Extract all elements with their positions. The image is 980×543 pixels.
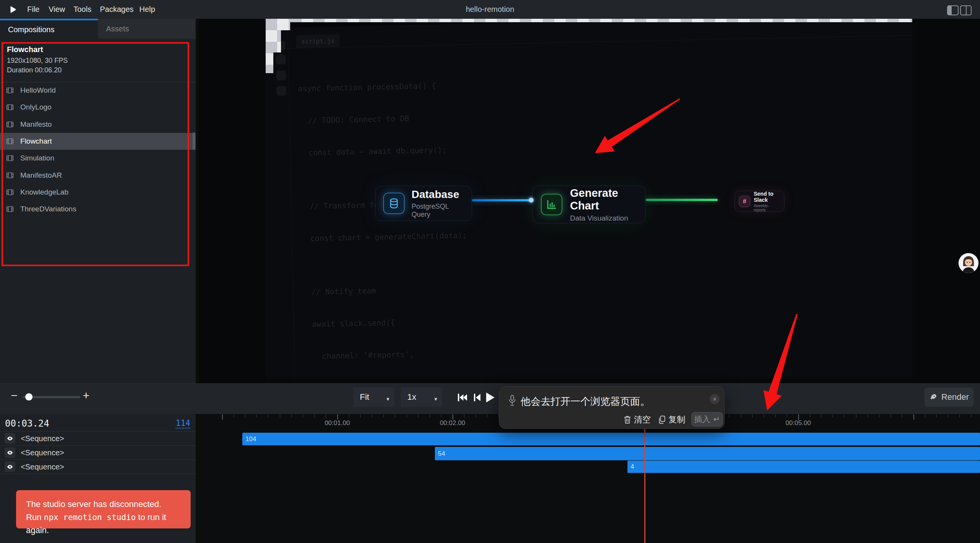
timeline-playhead[interactable] bbox=[644, 414, 645, 543]
sidebar-item-manifestoar[interactable]: ManifestoAR bbox=[0, 167, 196, 184]
sequence-bar-3[interactable]: 4 bbox=[627, 461, 980, 473]
speed-value: 1x bbox=[407, 392, 416, 402]
sidebar-item-threedvariations[interactable]: ThreeDVariations bbox=[0, 201, 196, 218]
video-canvas: script.js async function processData() {… bbox=[266, 19, 912, 378]
node-subtitle: #weekly-reports bbox=[754, 204, 780, 212]
speed-dropdown[interactable]: 1x ▾ bbox=[401, 388, 442, 407]
copy-label: 复制 bbox=[668, 414, 685, 425]
sidebar-item-manifesto[interactable]: Manifesto bbox=[0, 116, 196, 133]
sidebar-item-helloworld[interactable]: HelloWorld bbox=[0, 82, 196, 99]
timeline-track-list: 00:03.24 114 <Sequence> <Sequence> <Seq bbox=[0, 414, 196, 543]
project-title: hello-remotion bbox=[0, 5, 980, 14]
film-icon bbox=[6, 121, 14, 128]
composition-name: Flowchart bbox=[7, 45, 43, 54]
ruler-label: 00:01.00 bbox=[325, 419, 350, 427]
bar-duration-label: 54 bbox=[438, 450, 445, 458]
zoom-out-button[interactable]: − bbox=[8, 389, 20, 402]
track-label: <Sequence> bbox=[21, 434, 64, 443]
sidebar-tabs: Compositions Assets bbox=[0, 19, 196, 39]
transcribed-text: 他会去打开一个浏览器页面。 bbox=[521, 395, 650, 408]
toggle-left-panel-icon[interactable] bbox=[947, 5, 959, 15]
sidebar-item-label: OnlyLogo bbox=[20, 103, 51, 111]
sequence-bar-2[interactable]: 54 bbox=[435, 447, 980, 460]
current-timecode: 00:03.24 bbox=[5, 418, 49, 429]
render-label: Render bbox=[941, 392, 969, 402]
sidebar-item-label: Manifesto bbox=[20, 120, 52, 129]
node-title: Generate Chart bbox=[570, 187, 637, 212]
sidebar-item-onlylogo[interactable]: OnlyLogo bbox=[0, 99, 196, 116]
close-icon[interactable]: ✕ bbox=[710, 394, 720, 404]
visibility-eye-icon[interactable] bbox=[5, 461, 15, 472]
tab-compositions[interactable]: Compositions bbox=[0, 19, 98, 39]
microphone-icon bbox=[509, 395, 516, 406]
node-send-to-slack: # Send to Slack #weekly-reports bbox=[735, 191, 784, 212]
film-icon bbox=[6, 137, 14, 145]
compositions-sidebar: Flowchart 1920x1080, 30 FPS Duration 00:… bbox=[0, 39, 196, 383]
film-icon bbox=[6, 188, 14, 196]
sequence-bar-1[interactable]: 104 bbox=[242, 433, 980, 445]
editor-sidebar-icon bbox=[276, 54, 286, 65]
sidebar-item-flowchart[interactable]: Flowchart bbox=[0, 133, 196, 150]
play-button[interactable] bbox=[485, 391, 495, 404]
track-row: <Sequence> bbox=[0, 446, 196, 460]
sidebar-item-label: ManifestoAR bbox=[20, 171, 62, 180]
copy-button[interactable]: 复制 bbox=[658, 414, 685, 425]
composition-format: 1920x1080, 30 FPS bbox=[7, 57, 68, 65]
editor-sidebar-icon bbox=[276, 70, 286, 81]
film-icon bbox=[6, 172, 14, 179]
toast-line2: Run npx remotion studio to run it again. bbox=[26, 511, 191, 537]
insert-label: 插入 bbox=[694, 414, 710, 425]
sidebar-item-knowledgelab[interactable]: KnowledgeLab bbox=[0, 184, 196, 201]
previous-frame-button[interactable] bbox=[472, 392, 482, 403]
node-subtitle: Data Visualization bbox=[570, 214, 637, 222]
camera-avatar-bubble[interactable] bbox=[959, 253, 978, 273]
film-icon bbox=[6, 103, 14, 111]
current-frame-input[interactable]: 114 bbox=[176, 419, 190, 429]
fit-value: Fit bbox=[360, 392, 369, 402]
timeline-zoom-slider-knob[interactable] bbox=[25, 393, 33, 401]
ruler-label: 00:05.00 bbox=[786, 419, 811, 427]
node-generate-chart: Generate Chart Data Visualization bbox=[532, 186, 646, 223]
track-label: <Sequence> bbox=[21, 463, 64, 471]
track-row: <Sequence> bbox=[0, 460, 196, 474]
preview-area: script.js async function processData() {… bbox=[199, 19, 980, 383]
node-database: Database PostgreSQL Query bbox=[375, 186, 472, 221]
composition-info: Flowchart 1920x1080, 30 FPS Duration 00:… bbox=[0, 42, 196, 82]
film-icon bbox=[6, 154, 14, 162]
track-label: <Sequence> bbox=[21, 448, 64, 457]
skip-to-start-button[interactable] bbox=[457, 392, 467, 403]
timeline-header: 00:03.24 114 bbox=[0, 414, 196, 432]
bar-duration-label: 104 bbox=[245, 435, 256, 443]
insert-button[interactable]: 插入 ↵ bbox=[691, 412, 723, 427]
toggle-right-panel-icon[interactable] bbox=[960, 5, 972, 15]
slack-hash-icon: # bbox=[739, 196, 750, 207]
film-icon bbox=[6, 87, 14, 94]
composition-duration: Duration 00:06.20 bbox=[7, 66, 62, 74]
sidebar-item-simulation[interactable]: Simulation bbox=[0, 150, 196, 167]
render-button[interactable]: Render bbox=[924, 388, 973, 407]
film-icon bbox=[6, 205, 14, 213]
visibility-eye-icon[interactable] bbox=[5, 447, 15, 458]
sidebar-scrollbar[interactable] bbox=[193, 132, 195, 150]
transparency-checkerboard bbox=[290, 19, 912, 22]
sidebar-item-label: Simulation bbox=[20, 154, 54, 162]
sidebar-item-label: HelloWorld bbox=[20, 86, 56, 95]
chart-icon bbox=[541, 194, 562, 215]
timeline-panel: 00:01.00 00:02.00 00:05.00 104 54 4 00:0… bbox=[0, 414, 980, 543]
toast-line1: The studio server has disconnected. bbox=[26, 498, 191, 511]
trash-icon bbox=[624, 415, 631, 424]
connector-chart-slack bbox=[646, 199, 718, 201]
zoom-in-button[interactable]: + bbox=[80, 389, 92, 402]
editor-file-tab: script.js bbox=[296, 34, 340, 48]
connector-endpoint-dot bbox=[529, 198, 534, 203]
sidebar-item-label: KnowledgeLab bbox=[20, 188, 69, 196]
fit-dropdown[interactable]: Fit ▾ bbox=[353, 388, 394, 407]
bar-duration-label: 4 bbox=[630, 463, 634, 471]
visibility-eye-icon[interactable] bbox=[5, 433, 15, 444]
clear-button[interactable]: 清空 bbox=[624, 414, 651, 425]
database-icon bbox=[383, 193, 405, 214]
menu-bar: File View Tools Packages Help hello-remo… bbox=[0, 0, 980, 19]
node-subtitle: PostgreSQL Query bbox=[412, 203, 464, 219]
tab-assets[interactable]: Assets bbox=[98, 19, 196, 39]
ruler-label: 00:02.00 bbox=[440, 419, 465, 427]
